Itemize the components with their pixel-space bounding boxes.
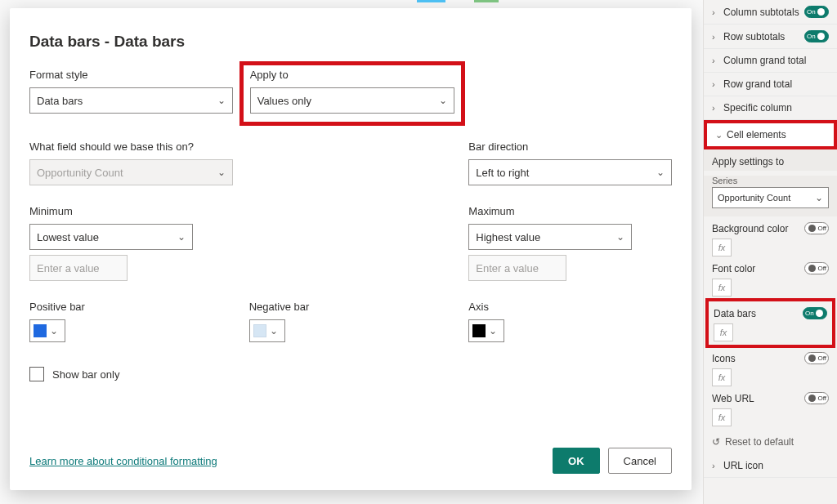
- chevron-down-icon: ⌄: [50, 325, 58, 337]
- data-bars-label: Data bars: [714, 308, 756, 319]
- fx-bg-button[interactable]: fx: [712, 239, 732, 256]
- format-style-value: Data bars: [37, 95, 83, 107]
- chevron-down-icon: ⌄: [715, 130, 723, 140]
- chevron-down-icon: ⌄: [489, 325, 497, 337]
- format-style-select[interactable]: Data bars ⌄: [29, 87, 233, 114]
- positive-bar-label: Positive bar: [29, 301, 233, 313]
- minimum-value-input[interactable]: Enter a value: [29, 255, 128, 281]
- show-bar-only-checkbox[interactable]: Show bar only: [29, 367, 233, 381]
- axis-swatch: [472, 324, 486, 337]
- chevron-down-icon: ⌄: [217, 95, 226, 106]
- apply-settings-to-label: Apply settings to: [704, 149, 837, 171]
- checkbox-box: [29, 367, 44, 381]
- toggle-column-subtotals[interactable]: On: [804, 6, 829, 18]
- fx-font-button[interactable]: fx: [712, 279, 732, 297]
- show-bar-only-label: Show bar only: [52, 368, 119, 381]
- bar-direction-label: Bar direction: [468, 140, 672, 153]
- axis-label: Axis: [468, 301, 672, 313]
- format-pane: ›Column subtotals On ›Row subtotals On ›…: [703, 0, 837, 504]
- apply-to-highlight: Apply to Values only ⌄: [239, 61, 466, 126]
- row-url-icon[interactable]: ›URL icon: [704, 454, 837, 478]
- chevron-down-icon: ⌄: [177, 231, 186, 243]
- positive-color-picker[interactable]: ⌄: [29, 319, 65, 342]
- chevron-right-icon: ›: [712, 32, 720, 42]
- chevron-right-icon: ›: [712, 461, 720, 471]
- data-bars-highlight: Data bars On fx: [705, 298, 835, 348]
- row-column-subtotals[interactable]: ›Column subtotals On: [704, 0, 837, 25]
- toggle-row-subtotals[interactable]: On: [804, 30, 829, 42]
- toggle-font-color[interactable]: Off: [804, 262, 829, 274]
- positive-swatch: [34, 324, 47, 337]
- negative-color-picker[interactable]: ⌄: [249, 319, 285, 342]
- bar-direction-value: Left to right: [476, 167, 529, 179]
- minimum-placeholder: Enter a value: [37, 262, 100, 274]
- row-row-subtotals[interactable]: ›Row subtotals On: [704, 25, 837, 49]
- minimum-mode-select[interactable]: Lowest value ⌄: [29, 224, 193, 250]
- toggle-icons[interactable]: Off: [804, 352, 829, 364]
- ok-button[interactable]: OK: [553, 448, 600, 474]
- chevron-right-icon: ›: [712, 103, 720, 113]
- format-style-label: Format style: [29, 69, 233, 81]
- fx-databars-button[interactable]: fx: [714, 323, 733, 341]
- apply-to-label: Apply to: [250, 69, 455, 81]
- chevron-right-icon: ›: [712, 79, 720, 89]
- maximum-value-input[interactable]: Enter a value: [468, 255, 566, 281]
- row-specific-column[interactable]: ›Specific column: [704, 96, 837, 120]
- reset-icon: ↺: [712, 436, 720, 448]
- series-label: Series: [712, 176, 829, 185]
- dialog-title: Data bars - Data bars: [29, 33, 672, 51]
- chevron-down-icon: ⌄: [656, 167, 665, 178]
- chevron-down-icon: ⌄: [270, 325, 278, 337]
- fx-icons-button[interactable]: fx: [712, 368, 732, 386]
- maximum-placeholder: Enter a value: [476, 262, 539, 274]
- weburl-label: Web URL: [712, 393, 754, 404]
- reset-to-default[interactable]: ↺ Reset to default: [704, 430, 837, 454]
- fx-weburl-button[interactable]: fx: [712, 408, 732, 426]
- axis-color-picker[interactable]: ⌄: [468, 319, 504, 342]
- apply-to-select[interactable]: Values only ⌄: [250, 87, 455, 114]
- bg-color-label: Background color: [712, 223, 788, 234]
- series-select[interactable]: Opportunity Count ⌄: [712, 187, 829, 208]
- toggle-data-bars[interactable]: On: [803, 307, 827, 319]
- maximum-label: Maximum: [468, 205, 672, 217]
- bar-direction-select[interactable]: Left to right ⌄: [468, 159, 672, 185]
- maximum-mode-value: Highest value: [476, 231, 540, 243]
- icons-label: Icons: [712, 353, 736, 364]
- toggle-bg-color[interactable]: Off: [804, 222, 829, 234]
- chevron-down-icon: ⌄: [616, 231, 624, 243]
- row-cell-elements[interactable]: ⌄ Cell elements: [704, 120, 837, 149]
- chevron-right-icon: ›: [712, 7, 720, 17]
- chevron-down-icon: ⌄: [439, 95, 447, 106]
- chevron-down-icon: ⌄: [815, 192, 823, 203]
- minimum-mode-value: Lowest value: [37, 231, 99, 243]
- base-field-select[interactable]: Opportunity Count ⌄: [29, 159, 233, 185]
- cancel-button[interactable]: Cancel: [608, 448, 672, 474]
- row-column-grand-total[interactable]: ›Column grand total: [704, 49, 837, 73]
- apply-to-value: Values only: [257, 95, 311, 107]
- negative-bar-label: Negative bar: [249, 301, 453, 313]
- negative-swatch: [253, 324, 266, 337]
- base-field-value: Opportunity Count: [37, 167, 123, 179]
- chevron-down-icon: ⌄: [217, 167, 226, 178]
- toggle-weburl[interactable]: Off: [804, 392, 829, 404]
- base-field-label: What field should we base this on?: [29, 140, 233, 153]
- minimum-label: Minimum: [29, 205, 233, 217]
- chevron-right-icon: ›: [712, 56, 720, 65]
- font-color-label: Font color: [712, 263, 755, 274]
- row-row-grand-total[interactable]: ›Row grand total: [704, 73, 837, 96]
- learn-more-link[interactable]: Learn more about conditional formatting: [29, 455, 217, 467]
- maximum-mode-select[interactable]: Highest value ⌄: [468, 224, 632, 250]
- data-bars-dialog: Data bars - Data bars Format style Data …: [10, 8, 692, 490]
